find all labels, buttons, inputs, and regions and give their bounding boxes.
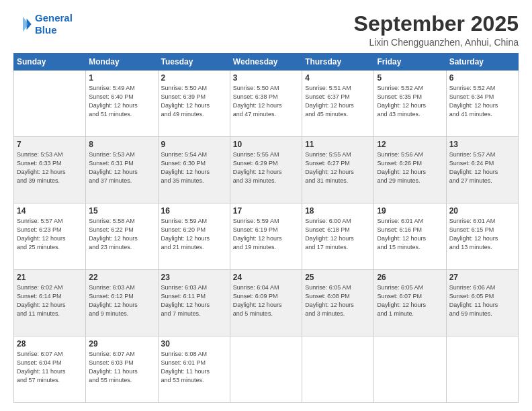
day-number: 13 <box>449 140 515 149</box>
calendar-week-row: 7Sunrise: 5:53 AM Sunset: 6:33 PM Daylig… <box>14 137 519 203</box>
day-number: 28 <box>17 339 83 349</box>
table-row: 21Sunrise: 6:02 AM Sunset: 6:14 PM Dayli… <box>14 270 86 336</box>
calendar-week-row: 1Sunrise: 5:49 AM Sunset: 6:40 PM Daylig… <box>14 71 519 137</box>
table-row: 13Sunrise: 5:57 AM Sunset: 6:24 PM Dayli… <box>446 137 518 203</box>
day-info: Sunrise: 5:50 AM Sunset: 6:39 PM Dayligh… <box>161 84 227 119</box>
location: Lixin Chengguanzhen, Anhui, China <box>354 37 519 48</box>
header-tuesday: Tuesday <box>158 54 230 71</box>
day-number: 1 <box>89 73 154 83</box>
day-number: 22 <box>89 273 154 282</box>
svg-marker-1 <box>23 17 28 32</box>
day-number: 3 <box>233 73 299 83</box>
table-row: 24Sunrise: 6:04 AM Sunset: 6:09 PM Dayli… <box>230 270 302 336</box>
day-info: Sunrise: 5:55 AM Sunset: 6:29 PM Dayligh… <box>233 150 299 185</box>
day-info: Sunrise: 5:50 AM Sunset: 6:38 PM Dayligh… <box>233 84 299 119</box>
day-number: 18 <box>305 206 371 216</box>
day-info: Sunrise: 5:52 AM Sunset: 6:35 PM Dayligh… <box>377 84 443 119</box>
logo-icon <box>13 15 32 34</box>
table-row: 18Sunrise: 6:00 AM Sunset: 6:18 PM Dayli… <box>302 203 374 270</box>
logo: General Blue <box>13 12 73 36</box>
day-info: Sunrise: 6:07 AM Sunset: 6:03 PM Dayligh… <box>89 350 154 385</box>
table-row: 28Sunrise: 6:07 AM Sunset: 6:04 PM Dayli… <box>14 336 86 403</box>
logo-text: General Blue <box>35 12 73 36</box>
table-row <box>14 71 86 137</box>
day-number: 19 <box>377 206 443 216</box>
day-info: Sunrise: 6:04 AM Sunset: 6:09 PM Dayligh… <box>233 283 299 318</box>
header-monday: Monday <box>86 54 158 71</box>
table-row: 19Sunrise: 6:01 AM Sunset: 6:16 PM Dayli… <box>374 203 446 270</box>
header-thursday: Thursday <box>302 54 374 71</box>
day-number: 20 <box>449 206 515 216</box>
day-info: Sunrise: 5:53 AM Sunset: 6:31 PM Dayligh… <box>89 150 154 185</box>
table-row: 12Sunrise: 5:56 AM Sunset: 6:26 PM Dayli… <box>374 137 446 203</box>
day-info: Sunrise: 6:02 AM Sunset: 6:14 PM Dayligh… <box>17 283 83 318</box>
header-friday: Friday <box>374 54 446 71</box>
day-info: Sunrise: 5:59 AM Sunset: 6:20 PM Dayligh… <box>161 217 227 252</box>
day-number: 23 <box>161 273 227 282</box>
day-number: 7 <box>17 140 83 149</box>
day-info: Sunrise: 5:53 AM Sunset: 6:33 PM Dayligh… <box>17 150 83 185</box>
table-row: 29Sunrise: 6:07 AM Sunset: 6:03 PM Dayli… <box>86 336 158 403</box>
day-number: 12 <box>377 140 443 149</box>
table-row <box>374 336 446 403</box>
table-row: 20Sunrise: 6:01 AM Sunset: 6:15 PM Dayli… <box>446 203 518 270</box>
day-number: 30 <box>161 339 227 349</box>
day-number: 14 <box>17 206 83 216</box>
day-number: 2 <box>161 73 227 83</box>
table-row: 14Sunrise: 5:57 AM Sunset: 6:23 PM Dayli… <box>14 203 86 270</box>
day-info: Sunrise: 5:54 AM Sunset: 6:30 PM Dayligh… <box>161 150 227 185</box>
day-info: Sunrise: 5:49 AM Sunset: 6:40 PM Dayligh… <box>89 84 154 119</box>
day-number: 6 <box>449 73 515 83</box>
table-row: 11Sunrise: 5:55 AM Sunset: 6:27 PM Dayli… <box>302 137 374 203</box>
table-row: 1Sunrise: 5:49 AM Sunset: 6:40 PM Daylig… <box>86 71 158 137</box>
day-info: Sunrise: 5:58 AM Sunset: 6:22 PM Dayligh… <box>89 217 154 252</box>
logo-line2: Blue <box>35 24 57 36</box>
table-row: 27Sunrise: 6:06 AM Sunset: 6:05 PM Dayli… <box>446 270 518 336</box>
table-row: 2Sunrise: 5:50 AM Sunset: 6:39 PM Daylig… <box>158 71 230 137</box>
table-row: 25Sunrise: 6:05 AM Sunset: 6:08 PM Dayli… <box>302 270 374 336</box>
table-row: 4Sunrise: 5:51 AM Sunset: 6:37 PM Daylig… <box>302 71 374 137</box>
day-number: 8 <box>89 140 154 149</box>
day-info: Sunrise: 5:57 AM Sunset: 6:23 PM Dayligh… <box>17 217 83 252</box>
header: General Blue September 2025 Lixin Chengg… <box>13 12 519 48</box>
day-info: Sunrise: 6:07 AM Sunset: 6:04 PM Dayligh… <box>17 350 83 385</box>
day-info: Sunrise: 5:56 AM Sunset: 6:26 PM Dayligh… <box>377 150 443 185</box>
day-number: 10 <box>233 140 299 149</box>
day-info: Sunrise: 6:05 AM Sunset: 6:08 PM Dayligh… <box>305 283 371 318</box>
day-info: Sunrise: 6:05 AM Sunset: 6:07 PM Dayligh… <box>377 283 443 318</box>
table-row: 8Sunrise: 5:53 AM Sunset: 6:31 PM Daylig… <box>86 137 158 203</box>
day-number: 24 <box>233 273 299 282</box>
table-row: 6Sunrise: 5:52 AM Sunset: 6:34 PM Daylig… <box>446 71 518 137</box>
day-info: Sunrise: 6:06 AM Sunset: 6:05 PM Dayligh… <box>449 283 515 318</box>
table-row: 5Sunrise: 5:52 AM Sunset: 6:35 PM Daylig… <box>374 71 446 137</box>
calendar-header-row: Sunday Monday Tuesday Wednesday Thursday… <box>14 54 519 71</box>
table-row <box>302 336 374 403</box>
day-number: 26 <box>377 273 443 282</box>
table-row: 23Sunrise: 6:03 AM Sunset: 6:11 PM Dayli… <box>158 270 230 336</box>
page: General Blue September 2025 Lixin Chengg… <box>0 0 532 411</box>
day-number: 25 <box>305 273 371 282</box>
day-number: 17 <box>233 206 299 216</box>
table-row <box>446 336 518 403</box>
day-info: Sunrise: 5:59 AM Sunset: 6:19 PM Dayligh… <box>233 217 299 252</box>
table-row: 17Sunrise: 5:59 AM Sunset: 6:19 PM Dayli… <box>230 203 302 270</box>
day-number: 4 <box>305 73 371 83</box>
day-info: Sunrise: 6:08 AM Sunset: 6:01 PM Dayligh… <box>161 350 227 385</box>
table-row: 26Sunrise: 6:05 AM Sunset: 6:07 PM Dayli… <box>374 270 446 336</box>
day-info: Sunrise: 5:52 AM Sunset: 6:34 PM Dayligh… <box>449 84 515 119</box>
day-info: Sunrise: 6:01 AM Sunset: 6:16 PM Dayligh… <box>377 217 443 252</box>
calendar-week-row: 21Sunrise: 6:02 AM Sunset: 6:14 PM Dayli… <box>14 270 519 336</box>
day-number: 29 <box>89 339 154 349</box>
day-info: Sunrise: 5:57 AM Sunset: 6:24 PM Dayligh… <box>449 150 515 185</box>
day-info: Sunrise: 6:03 AM Sunset: 6:11 PM Dayligh… <box>161 283 227 318</box>
day-number: 9 <box>161 140 227 149</box>
table-row: 15Sunrise: 5:58 AM Sunset: 6:22 PM Dayli… <box>86 203 158 270</box>
table-row: 22Sunrise: 6:03 AM Sunset: 6:12 PM Dayli… <box>86 270 158 336</box>
day-info: Sunrise: 6:03 AM Sunset: 6:12 PM Dayligh… <box>89 283 154 318</box>
table-row: 9Sunrise: 5:54 AM Sunset: 6:30 PM Daylig… <box>158 137 230 203</box>
header-sunday: Sunday <box>14 54 86 71</box>
day-number: 27 <box>449 273 515 282</box>
day-info: Sunrise: 6:00 AM Sunset: 6:18 PM Dayligh… <box>305 217 371 252</box>
day-info: Sunrise: 5:55 AM Sunset: 6:27 PM Dayligh… <box>305 150 371 185</box>
day-number: 5 <box>377 73 443 83</box>
